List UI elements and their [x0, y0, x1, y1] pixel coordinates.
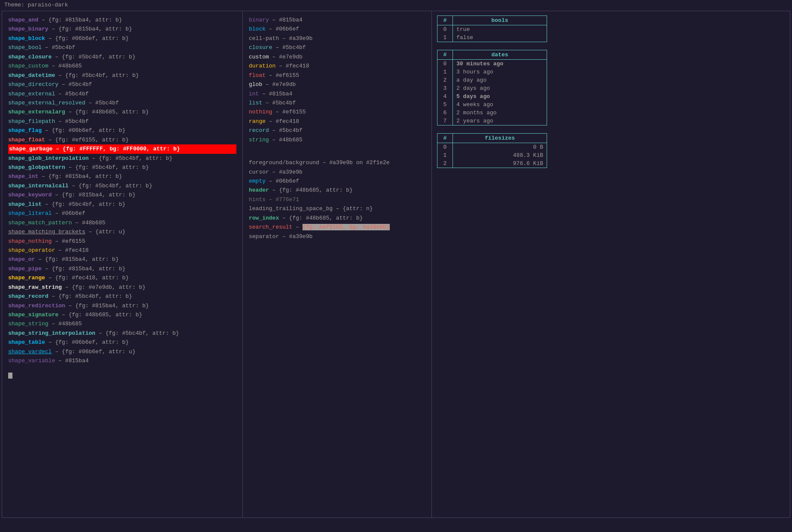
- line-shape_int: shape_int – {fg: #815ba4, attr: b}: [8, 172, 236, 181]
- line-shape_flag: shape_flag – {fg: #06b6ef, attr: b}: [8, 126, 236, 135]
- filesizes-label-header: filesizes: [453, 134, 547, 143]
- type-block: block – #06b6ef: [249, 24, 425, 34]
- line-shape_bool: shape_bool – #5bc4bf: [8, 43, 236, 52]
- bools-table: # bools 0 true 1 false: [437, 15, 547, 42]
- line-shape_glob_interpolation: shape_glob_interpolation – {fg: #5bc4bf,…: [8, 154, 236, 163]
- line-shape_keyword: shape_keyword – {fg: #815ba4, attr: b}: [8, 190, 236, 199]
- line-shape_string: shape_string – #48b685: [8, 319, 236, 328]
- bools-hash-header: #: [437, 16, 453, 25]
- table-row: 1 false: [437, 34, 547, 42]
- line-shape_matching_brackets: shape_matching_brackets – {attr: u}: [8, 227, 236, 236]
- type-float: float – #ef6155: [249, 71, 425, 80]
- type-range: range – #fec418: [249, 117, 425, 126]
- bool-row-0-hash: 0: [437, 25, 453, 34]
- bool-row-1-hash: 1: [437, 34, 453, 42]
- dates-label-header: dates: [453, 50, 547, 60]
- line-shape_external_resolved: shape_external_resolved – #5bc4bf: [8, 98, 236, 107]
- line-shape_match_pattern: shape_match_pattern – #48b685: [8, 218, 236, 227]
- ui-search-result: search_result – {fg: #ef6155, bg: #a39e9…: [249, 223, 425, 232]
- line-shape_list: shape_list – {fg: #5bc4bf, attr: b}: [8, 200, 236, 209]
- table-row: 3 2 days ago: [437, 84, 547, 92]
- bools-label-header: bools: [453, 16, 547, 25]
- line-shape_globpattern: shape_globpattern – {fg: #5bc4bf, attr: …: [8, 163, 236, 172]
- table-row: 2 976.6 KiB: [437, 159, 547, 168]
- line-shape_raw_string: shape_raw_string – {fg: #e7e9db, attr: b…: [8, 283, 236, 292]
- line-shape_garbage: shape_garbage – {fg: #FFFFFF, bg: #FF000…: [8, 144, 236, 153]
- line-shape_nothing: shape_nothing – #ef6155: [8, 237, 236, 246]
- shapes-column: shape_and – {fg: #815ba4, attr: b} shape…: [2, 11, 243, 517]
- ui-header: header – {fg: #48b685, attr: b}: [249, 186, 425, 195]
- ui-empty: empty – #06b6ef: [249, 177, 425, 186]
- line-shape_float: shape_float – {fg: #ef6155, attr: b}: [8, 135, 236, 144]
- table-row: 1 488.3 KiB: [437, 151, 547, 159]
- theme-bar: Theme: paraiso-dark: [0, 0, 792, 10]
- line-shape_variable: shape_variable – #815ba4: [8, 356, 236, 365]
- line-shape_operator: shape_operator – #fec418: [8, 246, 236, 255]
- ui-cursor: cursor – #a39e9b: [249, 168, 425, 177]
- line-shape_redirection: shape_redirection – {fg: #815ba4, attr: …: [8, 301, 236, 310]
- ui-leading-trailing: leading_trailing_space_bg – {attr: n}: [249, 204, 425, 213]
- line-shape_vardecl: shape_vardecl – {fg: #06b6ef, attr: u}: [8, 347, 236, 356]
- type-duration: duration – #fec418: [249, 61, 425, 70]
- line-shape_literal: shape_literal – #06b6ef: [8, 209, 236, 218]
- type-int: int – #815ba4: [249, 89, 425, 98]
- line-shape_custom: shape_custom – #48b685: [8, 61, 236, 70]
- type-list: list – #5bc4bf: [249, 98, 425, 107]
- table-row: 4 5 days ago: [437, 92, 547, 101]
- main-container: shape_and – {fg: #815ba4, attr: b} shape…: [2, 11, 790, 518]
- line-shape_record: shape_record – {fg: #5bc4bf, attr: b}: [8, 292, 236, 301]
- line-shape_filepath: shape_filepath – #5bc4bf: [8, 117, 236, 126]
- line-shape_closure: shape_closure – {fg: #5bc4bf, attr: b}: [8, 52, 236, 61]
- type-cell-path: cell-path – #a39e9b: [249, 34, 425, 43]
- line-shape_internalcall: shape_internalcall – {fg: #5bc4bf, attr:…: [8, 181, 236, 190]
- ui-separator: separator – #a39e9b: [249, 232, 425, 241]
- table-row: 7 2 years ago: [437, 117, 547, 125]
- line-shape_directory: shape_directory – #5bc4bf: [8, 80, 236, 89]
- bool-row-0-value: true: [453, 25, 547, 34]
- line-shape_datetime: shape_datetime – {fg: #5bc4bf, attr: b}: [8, 71, 236, 80]
- table-row: 0 30 minutes ago: [437, 60, 547, 68]
- line-shape_external: shape_external – #5bc4bf: [8, 89, 236, 98]
- line-shape_range: shape_range – {fg: #fec418, attr: b}: [8, 273, 236, 282]
- type-closure: closure – #5bc4bf: [249, 43, 425, 52]
- type-string: string – #48b685: [249, 135, 425, 144]
- table-row: 5 4 weeks ago: [437, 101, 547, 109]
- line-shape_block: shape_block – {fg: #06b6ef, attr: b}: [8, 34, 236, 43]
- type-nothing: nothing – #ef6155: [249, 107, 425, 116]
- ui-row-index: row_index – {fg: #48b685, attr: b}: [249, 214, 425, 223]
- cursor: [8, 373, 12, 379]
- tables-column: # bools 0 true 1 false # dates: [432, 11, 552, 517]
- type-glob: glob – #e7e9db: [249, 80, 425, 89]
- table-row: 1 3 hours ago: [437, 68, 547, 76]
- table-row: 2 a day ago: [437, 76, 547, 84]
- table-row: 0 true: [437, 25, 547, 34]
- ui-foreground: foreground/background – #a39e9b on #2f1e…: [249, 158, 425, 167]
- table-row: 0 0 B: [437, 143, 547, 152]
- type-record: record – #5bc4bf: [249, 126, 425, 135]
- filesizes-hash-header: #: [437, 134, 453, 143]
- line-shape_externalarg: shape_externalarg – {fg: #48b685, attr: …: [8, 107, 236, 116]
- line-shape_pipe: shape_pipe – {fg: #815ba4, attr: b}: [8, 264, 236, 273]
- type-binary: binary – #815ba4: [249, 15, 425, 24]
- type-custom: custom – #e7e9db: [249, 52, 425, 61]
- line-shape_string_interpolation: shape_string_interpolation – {fg: #5bc4b…: [8, 329, 236, 338]
- types-column: binary – #815ba4 block – #06b6ef cell-pa…: [243, 11, 432, 517]
- dates-table: # dates 0 30 minutes ago 1 3 hours ago 2…: [437, 50, 547, 125]
- filesizes-table: # filesizes 0 0 B 1 488.3 KiB 2 976.6 Ki…: [437, 133, 547, 168]
- ui-hints: hints – #776e71: [249, 195, 425, 204]
- line-shape_or: shape_or – {fg: #815ba4, attr: b}: [8, 255, 236, 264]
- line-shape_table: shape_table – {fg: #06b6ef, attr: b}: [8, 338, 236, 347]
- line-shape_and: shape_and – {fg: #815ba4, attr: b}: [8, 15, 236, 24]
- dates-hash-header: #: [437, 50, 453, 60]
- line-shape_signature: shape_signature – {fg: #48b685, attr: b}: [8, 310, 236, 319]
- bool-row-1-value: false: [453, 34, 547, 42]
- table-row: 6 2 months ago: [437, 109, 547, 117]
- line-shape_binary: shape_binary – {fg: #815ba4, attr: b}: [8, 24, 236, 34]
